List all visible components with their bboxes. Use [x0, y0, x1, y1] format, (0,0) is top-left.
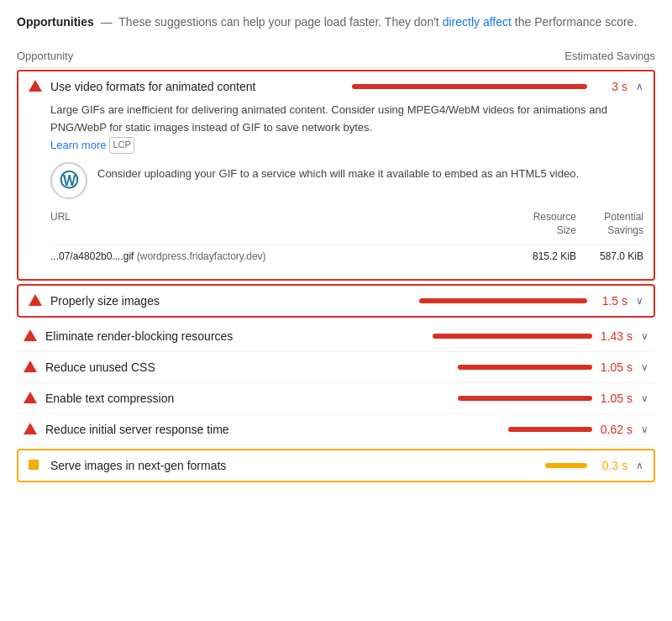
col-savings-label: Estimated Savings [564, 50, 655, 62]
savings-value-render-blocking: 1.43 s [599, 329, 633, 343]
opportunity-row-render-blocking[interactable]: Eliminate render-blocking resources 1.43… [17, 321, 655, 352]
bar-unused-css [458, 365, 592, 370]
chevron-server-response: ∨ [641, 424, 648, 435]
lcp-badge: LCP [109, 137, 134, 154]
triangle-red-icon-6 [24, 423, 37, 436]
opportunity-title-video-formats: Use video formats for animated content [50, 80, 352, 93]
url-table-row: ...07/a4802b0....gif (wordpress.fridayfa… [50, 245, 643, 267]
url-table: URL ResourceSize PotentialSavings ...07/… [50, 211, 643, 266]
chevron-video-formats: ∧ [636, 81, 643, 92]
bar-next-gen-formats [545, 463, 587, 468]
bar-render-blocking [433, 334, 592, 339]
savings-value-unused-css: 1.05 s [599, 360, 633, 374]
savings-bar-render-blocking [433, 334, 592, 339]
savings-bar-server-response [508, 427, 592, 432]
directly-affect-link[interactable]: directly affect [443, 15, 512, 29]
opportunity-title-text-compression: Enable text compression [45, 392, 458, 405]
wordpress-logo: Ⓦ [50, 162, 87, 199]
savings-bar-video-formats [352, 84, 587, 89]
savings-value-properly-size: 1.5 s [594, 294, 627, 308]
resource-size-col-label: ResourceSize [509, 211, 576, 237]
bar-properly-size [419, 298, 587, 303]
opportunity-title-unused-css: Reduce unused CSS [45, 360, 458, 374]
opportunity-row-server-response[interactable]: Reduce initial server response time 0.62… [17, 414, 655, 445]
opportunities-header: Opportunities — These suggestions can he… [17, 13, 655, 31]
savings-value-server-response: 0.62 s [599, 423, 633, 436]
learn-more-link[interactable]: Learn more [50, 139, 106, 151]
url-file-text: ...07/a4802b0....gif (wordpress.fridayfa… [50, 250, 509, 262]
potential-savings-value: 587.0 KiB [576, 250, 643, 262]
chevron-next-gen-formats: ∧ [636, 460, 643, 471]
opportunity-title-server-response: Reduce initial server response time [45, 423, 508, 436]
col-opportunity-label: Opportunity [17, 50, 73, 62]
opportunity-title-render-blocking: Eliminate render-blocking resources [45, 329, 433, 343]
savings-bar-next-gen-formats [545, 463, 587, 468]
bar-text-compression [458, 396, 592, 401]
opportunity-row-video-formats: Use video formats for animated content 3… [17, 70, 655, 281]
savings-value-next-gen-formats: 0.3 s [594, 459, 627, 472]
header-description: These suggestions can help your page loa… [118, 15, 637, 29]
opportunity-header-video-formats[interactable]: Use video formats for animated content 3… [18, 71, 654, 102]
chevron-properly-size: ∨ [636, 295, 643, 307]
opportunity-title-properly-size: Properly size images [50, 294, 419, 308]
triangle-red-icon-4 [24, 360, 37, 374]
section-title: Opportunities [17, 15, 94, 29]
table-header: Opportunity Estimated Savings [17, 45, 655, 68]
triangle-red-icon-5 [24, 392, 37, 405]
triangle-red-icon-2 [29, 294, 42, 308]
triangle-red-icon-3 [24, 329, 37, 343]
header-dash: — [101, 15, 113, 29]
expanded-content-video-formats: Large GIFs are inefficient for deliverin… [18, 102, 654, 279]
resource-size-value: 815.2 KiB [509, 250, 576, 262]
opportunity-row-unused-css[interactable]: Reduce unused CSS 1.05 s ∨ [17, 352, 655, 383]
opportunity-row-text-compression[interactable]: Enable text compression 1.05 s ∨ [17, 383, 655, 414]
url-col-label: URL [50, 211, 509, 237]
savings-value-text-compression: 1.05 s [599, 392, 633, 405]
opportunity-title-next-gen-formats: Serve images in next-gen formats [50, 459, 545, 472]
chevron-render-blocking: ∨ [641, 330, 648, 342]
square-orange-icon [29, 459, 42, 472]
opportunity-header-properly-size[interactable]: Properly size images 1.5 s ∨ [18, 286, 654, 316]
opportunity-row-properly-size: Properly size images 1.5 s ∨ [17, 284, 655, 318]
triangle-red-icon [29, 80, 42, 93]
savings-bar-text-compression [458, 396, 592, 401]
wp-item: Ⓦ Consider uploading your GIF to a servi… [50, 162, 643, 199]
bar-server-response [508, 427, 592, 432]
potential-savings-col-label: PotentialSavings [576, 211, 643, 237]
expanded-description: Large GIFs are inefficient for deliverin… [50, 102, 643, 154]
opportunity-row-next-gen-formats: Serve images in next-gen formats 0.3 s ∧ [17, 449, 655, 482]
bar-video-formats [352, 84, 587, 89]
savings-bar-unused-css [458, 365, 592, 370]
chevron-unused-css: ∨ [641, 361, 648, 373]
savings-bar-properly-size [419, 298, 587, 303]
wp-description: Consider uploading your GIF to a service… [97, 162, 579, 183]
chevron-text-compression: ∨ [641, 392, 648, 404]
savings-value-video-formats: 3 s [594, 80, 627, 93]
opportunity-header-next-gen-formats[interactable]: Serve images in next-gen formats 0.3 s ∧ [18, 450, 654, 481]
